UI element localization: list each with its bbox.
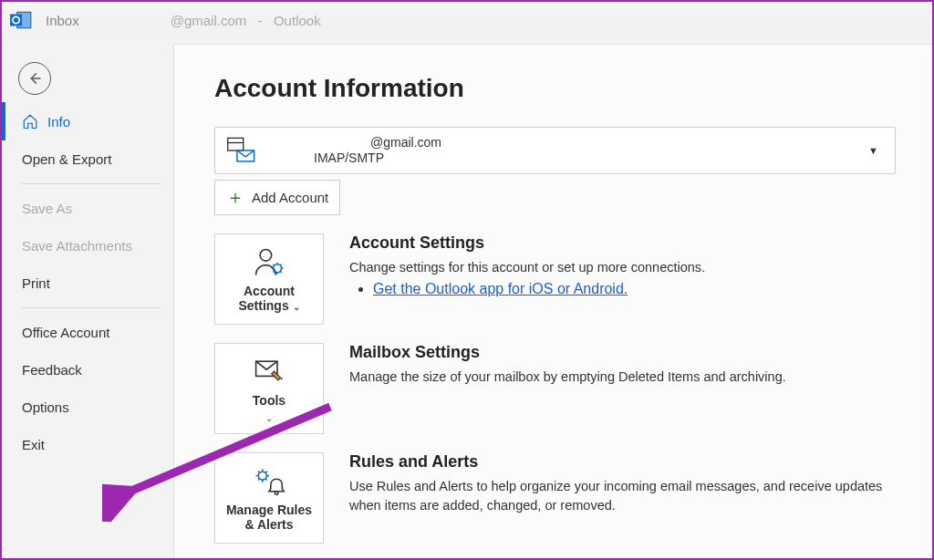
add-account-label: Add Account [252, 190, 328, 205]
svg-point-8 [274, 264, 282, 273]
sidebar-item-label: Info [47, 114, 70, 130]
section-desc: Use Rules and Alerts to help organize yo… [349, 477, 896, 515]
tile-label: Tools [253, 393, 285, 408]
user-gear-icon [253, 245, 285, 278]
gear-bell-icon [253, 464, 285, 497]
outlook-logo-icon [9, 8, 33, 32]
backstage-sidebar: Info Open & Export Save As Save Attachme… [2, 102, 173, 463]
svg-line-13 [274, 264, 275, 265]
sidebar-item-office-account[interactable]: Office Account [2, 314, 173, 351]
sidebar-item-open-export[interactable]: Open & Export [2, 140, 173, 178]
title-account-email: @gmail.com [171, 13, 247, 28]
sidebar-item-label: Open & Export [22, 151, 111, 167]
sidebar-item-label: Options [22, 399, 69, 415]
sidebar-item-label: Office Account [22, 325, 109, 340]
page-title: Account Information [214, 74, 896, 103]
svg-line-14 [280, 271, 281, 272]
add-account-button[interactable]: ＋ Add Account [214, 180, 340, 215]
tile-label: Account Settings [238, 284, 295, 313]
account-selector[interactable]: @gmail.com IMAP/SMTP ▼ [214, 127, 896, 174]
section-desc: Change settings for this account or set … [349, 258, 896, 277]
svg-point-27 [275, 492, 278, 495]
sidebar-item-info[interactable]: Info [2, 102, 173, 140]
title-app-name: Outlook [274, 13, 321, 28]
tile-tools[interactable]: Tools ⌄ [214, 343, 324, 434]
sidebar-item-label: Print [22, 275, 50, 291]
svg-line-25 [265, 472, 266, 472]
account-mailbox-icon [226, 135, 257, 166]
back-button[interactable] [18, 62, 51, 95]
sidebar-item-save-attachments: Save Attachments [2, 227, 173, 264]
section-account-settings: Account Settings ⌄ Account Settings Chan… [214, 233, 896, 325]
plus-icon: ＋ [226, 185, 244, 210]
svg-line-26 [258, 479, 259, 480]
get-outlook-app-link[interactable]: Get the Outlook app for iOS or Android. [373, 281, 628, 296]
chevron-down-icon: ⌄ [265, 413, 273, 423]
title-bar: Inbox @gmail.com - Outlook [2, 2, 932, 38]
sidebar-item-feedback[interactable]: Feedback [2, 351, 173, 389]
sidebar-item-print[interactable]: Print [2, 264, 173, 302]
sidebar-divider [22, 183, 161, 184]
section-desc: Manage the size of your mailbox by empty… [349, 368, 896, 387]
tile-label: Manage Rules & Alerts [221, 503, 317, 532]
tile-account-settings[interactable]: Account Settings ⌄ [214, 233, 324, 325]
sidebar-item-label: Save As [22, 201, 72, 216]
chevron-down-icon: ▼ [868, 145, 878, 156]
section-heading: Account Settings [349, 233, 896, 253]
home-icon [22, 113, 38, 130]
svg-line-15 [280, 264, 281, 265]
section-mailbox-settings: Tools ⌄ Mailbox Settings Manage the size… [214, 343, 896, 434]
svg-point-7 [260, 250, 272, 262]
sidebar-divider [22, 307, 161, 308]
main-panel: Account Information @gmail.com IMAP/SMTP… [173, 44, 932, 558]
selected-account-email: @gmail.com [270, 135, 441, 150]
title-separator: - [250, 13, 270, 28]
sidebar-item-options[interactable]: Options [2, 389, 173, 426]
svg-line-16 [274, 271, 275, 272]
sidebar-item-exit[interactable]: Exit [2, 426, 173, 463]
sidebar-item-label: Feedback [22, 362, 82, 378]
svg-point-18 [258, 472, 266, 480]
envelope-brush-icon [253, 355, 285, 388]
section-heading: Rules and Alerts [349, 452, 896, 472]
chevron-down-icon: ⌄ [293, 302, 300, 312]
sidebar-item-label: Save Attachments [22, 238, 132, 254]
arrow-left-icon [26, 70, 43, 87]
sidebar-item-save-as: Save As [2, 190, 173, 227]
tile-manage-rules[interactable]: Manage Rules & Alerts [214, 452, 324, 544]
selected-account-protocol: IMAP/SMTP [270, 150, 441, 166]
svg-line-23 [258, 472, 259, 472]
section-rules-alerts: Manage Rules & Alerts Rules and Alerts U… [214, 452, 896, 544]
title-inbox: Inbox [46, 13, 79, 28]
sidebar-item-label: Exit [22, 437, 45, 452]
svg-line-24 [265, 479, 266, 480]
svg-rect-4 [228, 138, 244, 150]
section-heading: Mailbox Settings [349, 343, 896, 362]
